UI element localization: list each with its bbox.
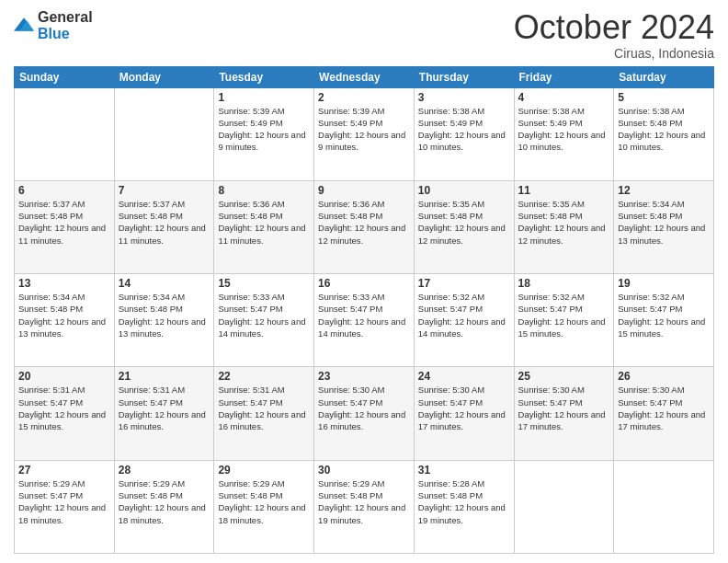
sunset-text: Sunset: 5:48 PM: [18, 211, 83, 221]
day-number: 19: [618, 277, 710, 290]
day-info: Sunrise: 5:30 AM Sunset: 5:47 PM Dayligh…: [418, 384, 510, 432]
table-row: 23 Sunrise: 5:30 AM Sunset: 5:47 PM Dayl…: [314, 367, 415, 460]
daylight-text: Daylight: 12 hours and 13 minutes.: [18, 316, 106, 339]
sunrise-text: Sunrise: 5:39 AM: [318, 106, 384, 116]
table-row: 12 Sunrise: 5:34 AM Sunset: 5:48 PM Dayl…: [614, 180, 714, 273]
sunrise-text: Sunrise: 5:33 AM: [318, 292, 384, 302]
logo-blue: Blue: [38, 26, 70, 41]
day-number: 26: [618, 370, 710, 383]
sunset-text: Sunset: 5:48 PM: [618, 211, 682, 221]
day-number: 31: [418, 464, 510, 477]
sunrise-text: Sunrise: 5:31 AM: [18, 385, 85, 395]
day-info: Sunrise: 5:31 AM Sunset: 5:47 PM Dayligh…: [119, 384, 210, 432]
table-row: 22 Sunrise: 5:31 AM Sunset: 5:47 PM Dayl…: [214, 367, 314, 460]
col-saturday: Saturday: [614, 66, 714, 87]
table-row: 26 Sunrise: 5:30 AM Sunset: 5:47 PM Dayl…: [614, 367, 714, 460]
day-number: 10: [418, 184, 510, 197]
sunrise-text: Sunrise: 5:37 AM: [18, 199, 85, 209]
col-friday: Friday: [514, 66, 614, 87]
table-row: [15, 87, 115, 180]
table-row: 14 Sunrise: 5:34 AM Sunset: 5:48 PM Dayl…: [114, 274, 214, 367]
daylight-text: Daylight: 12 hours and 15 minutes.: [618, 316, 705, 339]
daylight-text: Daylight: 12 hours and 16 minutes.: [318, 409, 405, 431]
sunset-text: Sunset: 5:47 PM: [119, 397, 183, 408]
calendar-week-row: 6 Sunrise: 5:37 AM Sunset: 5:48 PM Dayli…: [15, 180, 714, 273]
day-number: 5: [618, 91, 710, 104]
sunrise-text: Sunrise: 5:32 AM: [518, 292, 585, 302]
table-row: 17 Sunrise: 5:32 AM Sunset: 5:47 PM Dayl…: [414, 274, 514, 367]
day-info: Sunrise: 5:29 AM Sunset: 5:48 PM Dayligh…: [119, 477, 210, 526]
logo-general: General: [38, 9, 93, 25]
logo: General Blue: [14, 9, 93, 42]
col-monday: Monday: [114, 66, 214, 87]
sunset-text: Sunset: 5:47 PM: [518, 397, 583, 408]
day-number: 28: [119, 464, 210, 477]
sunset-text: Sunset: 5:48 PM: [418, 211, 483, 221]
day-number: 14: [119, 277, 210, 290]
day-info: Sunrise: 5:31 AM Sunset: 5:47 PM Dayligh…: [218, 384, 310, 432]
day-number: 27: [18, 464, 110, 477]
sunset-text: Sunset: 5:47 PM: [618, 304, 682, 314]
day-number: 20: [18, 370, 110, 383]
day-info: Sunrise: 5:31 AM Sunset: 5:47 PM Dayligh…: [18, 384, 110, 432]
day-info: Sunrise: 5:36 AM Sunset: 5:48 PM Dayligh…: [218, 198, 310, 247]
day-info: Sunrise: 5:38 AM Sunset: 5:48 PM Dayligh…: [618, 105, 710, 154]
daylight-text: Daylight: 12 hours and 11 minutes.: [119, 223, 206, 245]
day-number: 16: [318, 277, 410, 290]
table-row: 29 Sunrise: 5:29 AM Sunset: 5:48 PM Dayl…: [214, 460, 314, 553]
sunset-text: Sunset: 5:47 PM: [318, 397, 382, 408]
sunrise-text: Sunrise: 5:38 AM: [618, 106, 684, 116]
day-number: 12: [618, 184, 710, 197]
day-info: Sunrise: 5:28 AM Sunset: 5:48 PM Dayligh…: [418, 477, 510, 526]
sunrise-text: Sunrise: 5:35 AM: [518, 199, 585, 209]
location: Ciruas, Indonesia: [514, 46, 714, 61]
day-info: Sunrise: 5:29 AM Sunset: 5:48 PM Dayligh…: [318, 477, 410, 526]
sunset-text: Sunset: 5:47 PM: [518, 304, 583, 314]
daylight-text: Daylight: 12 hours and 11 minutes.: [218, 223, 305, 245]
sunrise-text: Sunrise: 5:32 AM: [618, 292, 684, 302]
daylight-text: Daylight: 12 hours and 16 minutes.: [218, 409, 305, 431]
day-number: 30: [318, 464, 410, 477]
day-number: 18: [518, 277, 610, 290]
daylight-text: Daylight: 12 hours and 18 minutes.: [18, 502, 106, 524]
sunset-text: Sunset: 5:47 PM: [318, 304, 382, 314]
table-row: 5 Sunrise: 5:38 AM Sunset: 5:48 PM Dayli…: [614, 87, 714, 180]
sunset-text: Sunset: 5:47 PM: [618, 397, 682, 408]
sunrise-text: Sunrise: 5:36 AM: [318, 199, 384, 209]
daylight-text: Daylight: 12 hours and 13 minutes.: [119, 316, 206, 339]
table-row: 31 Sunrise: 5:28 AM Sunset: 5:48 PM Dayl…: [414, 460, 514, 553]
sunset-text: Sunset: 5:47 PM: [218, 304, 282, 314]
table-row: 27 Sunrise: 5:29 AM Sunset: 5:47 PM Dayl…: [15, 460, 115, 553]
sunrise-text: Sunrise: 5:34 AM: [618, 199, 684, 209]
sunset-text: Sunset: 5:48 PM: [318, 490, 382, 500]
day-info: Sunrise: 5:33 AM Sunset: 5:47 PM Dayligh…: [318, 291, 410, 339]
sunrise-text: Sunrise: 5:29 AM: [218, 478, 284, 488]
day-number: 3: [418, 91, 510, 104]
sunrise-text: Sunrise: 5:35 AM: [418, 199, 484, 209]
day-number: 2: [318, 91, 410, 104]
table-row: 18 Sunrise: 5:32 AM Sunset: 5:47 PM Dayl…: [514, 274, 614, 367]
day-number: 1: [218, 91, 310, 104]
sunset-text: Sunset: 5:48 PM: [119, 304, 183, 314]
day-info: Sunrise: 5:37 AM Sunset: 5:48 PM Dayligh…: [119, 198, 210, 247]
table-row: 9 Sunrise: 5:36 AM Sunset: 5:48 PM Dayli…: [314, 180, 415, 273]
daylight-text: Daylight: 12 hours and 17 minutes.: [618, 409, 705, 431]
day-number: 29: [218, 464, 310, 477]
table-row: 19 Sunrise: 5:32 AM Sunset: 5:47 PM Dayl…: [614, 274, 714, 367]
daylight-text: Daylight: 12 hours and 18 minutes.: [119, 502, 206, 524]
day-number: 8: [218, 184, 310, 197]
day-info: Sunrise: 5:38 AM Sunset: 5:49 PM Dayligh…: [518, 105, 610, 154]
table-row: 8 Sunrise: 5:36 AM Sunset: 5:48 PM Dayli…: [214, 180, 314, 273]
header: General Blue October 2024 Ciruas, Indone…: [14, 9, 714, 61]
day-number: 6: [18, 184, 110, 197]
day-info: Sunrise: 5:34 AM Sunset: 5:48 PM Dayligh…: [18, 291, 110, 339]
day-info: Sunrise: 5:38 AM Sunset: 5:49 PM Dayligh…: [418, 105, 510, 154]
table-row: 30 Sunrise: 5:29 AM Sunset: 5:48 PM Dayl…: [314, 460, 415, 553]
daylight-text: Daylight: 12 hours and 9 minutes.: [218, 130, 305, 152]
day-info: Sunrise: 5:35 AM Sunset: 5:48 PM Dayligh…: [518, 198, 610, 247]
sunset-text: Sunset: 5:48 PM: [418, 490, 483, 500]
table-row: 16 Sunrise: 5:33 AM Sunset: 5:47 PM Dayl…: [314, 274, 415, 367]
logo-text: General Blue: [38, 9, 93, 42]
day-number: 23: [318, 370, 410, 383]
day-number: 25: [518, 370, 610, 383]
